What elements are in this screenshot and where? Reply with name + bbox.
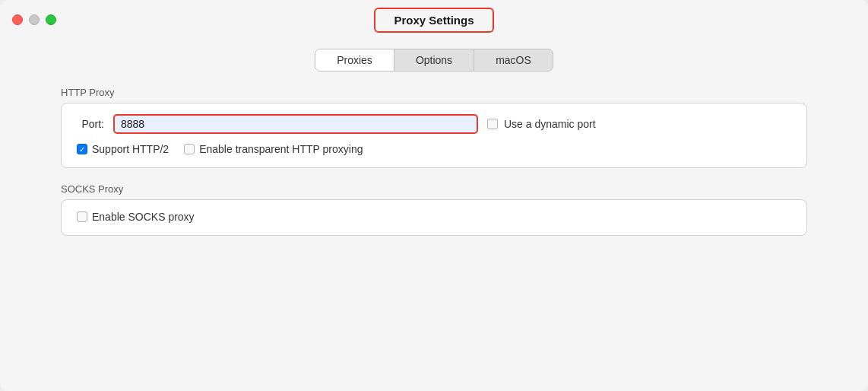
enable-socks-label: Enable SOCKS proxy bbox=[92, 211, 195, 223]
port-input[interactable] bbox=[113, 114, 478, 134]
socks-proxy-section-wrapper: SOCKS Proxy Enable SOCKS proxy bbox=[61, 183, 807, 236]
support-http2-checkbox[interactable]: ✓ bbox=[77, 144, 87, 154]
enable-socks-checkbox[interactable] bbox=[77, 211, 87, 222]
window-title: Proxy Settings bbox=[374, 8, 493, 33]
socks-proxy-label: SOCKS Proxy bbox=[61, 183, 807, 195]
minimize-button[interactable] bbox=[29, 14, 40, 25]
app-window: Proxy Settings Proxies Options macOS HTT… bbox=[0, 0, 868, 391]
close-button[interactable] bbox=[12, 14, 23, 25]
dynamic-port-label: Use a dynamic port bbox=[504, 118, 596, 130]
socks-proxy-box: Enable SOCKS proxy bbox=[61, 199, 807, 236]
dynamic-port-row: Use a dynamic port bbox=[487, 118, 596, 130]
support-http2-label: Support HTTP/2 bbox=[92, 143, 169, 155]
tab-proxies[interactable]: Proxies bbox=[315, 49, 394, 71]
http-proxy-label: HTTP Proxy bbox=[61, 87, 807, 98]
transparent-proxy-label: Enable transparent HTTP proxying bbox=[199, 143, 363, 155]
title-bar: Proxy Settings bbox=[0, 0, 868, 40]
enable-socks-checkbox-label[interactable]: Enable SOCKS proxy bbox=[77, 211, 791, 223]
support-http2-checkbox-label[interactable]: ✓ Support HTTP/2 bbox=[77, 143, 169, 155]
options-row: ✓ Support HTTP/2 Enable transparent HTTP… bbox=[77, 143, 791, 155]
http-proxy-section-wrapper: HTTP Proxy Port: Use a dynamic port ✓ Su… bbox=[61, 87, 807, 168]
traffic-lights bbox=[12, 14, 56, 25]
main-content: HTTP Proxy Port: Use a dynamic port ✓ Su… bbox=[0, 79, 868, 391]
transparent-proxy-checkbox-label[interactable]: Enable transparent HTTP proxying bbox=[184, 143, 363, 155]
port-row: Port: Use a dynamic port bbox=[77, 114, 791, 134]
transparent-proxy-checkbox[interactable] bbox=[184, 144, 195, 154]
dynamic-port-checkbox[interactable] bbox=[487, 119, 498, 129]
maximize-button[interactable] bbox=[46, 14, 56, 25]
http-proxy-box: Port: Use a dynamic port ✓ Support HTTP/… bbox=[61, 103, 807, 168]
port-label: Port: bbox=[77, 118, 104, 130]
tab-group: Proxies Options macOS bbox=[315, 49, 553, 72]
tab-options[interactable]: Options bbox=[394, 49, 474, 71]
tab-bar: Proxies Options macOS bbox=[0, 40, 868, 79]
tab-macos[interactable]: macOS bbox=[474, 49, 553, 71]
